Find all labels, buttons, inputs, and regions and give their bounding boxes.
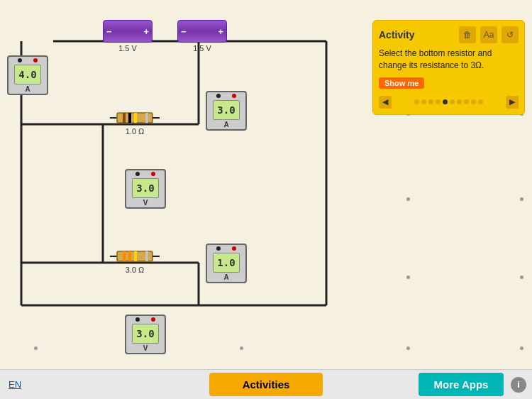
- panel-body-text: Select the bottom resistor and change it…: [379, 48, 519, 72]
- resistor-2[interactable]: 3.0 Ω: [110, 248, 160, 274]
- decorative-dot: [34, 346, 38, 350]
- delete-icon-btn[interactable]: 🗑: [459, 26, 476, 43]
- battery-1[interactable]: − + 1.5 V: [103, 20, 153, 53]
- dot-4[interactable]: [436, 99, 440, 104]
- battery-1-label: 1.5 V: [118, 44, 137, 53]
- dot-8[interactable]: [464, 99, 469, 104]
- battery-1-body: − +: [103, 20, 153, 43]
- decorative-dot: [240, 346, 243, 350]
- svg-rect-14: [134, 113, 137, 123]
- battery-2-pos: +: [218, 26, 223, 37]
- refresh-icon-btn[interactable]: ↺: [501, 26, 519, 43]
- dot-9[interactable]: [471, 99, 476, 104]
- battery-2-label: 1.5 V: [193, 44, 211, 53]
- resistor-1-symbol: [110, 110, 160, 126]
- panel-title: Activity: [379, 29, 455, 40]
- prev-arrow[interactable]: ◀: [379, 96, 392, 109]
- meter-1-terminals: [18, 58, 38, 63]
- dot-5-active[interactable]: [443, 99, 448, 104]
- meter-2-terminals: [216, 94, 236, 99]
- dot-10[interactable]: [478, 99, 483, 104]
- activities-button[interactable]: Activities: [209, 373, 323, 396]
- battery-2-body: − +: [177, 20, 227, 43]
- panel-header: Activity 🗑 Aa ↺: [379, 26, 519, 43]
- info-icon[interactable]: i: [511, 377, 526, 393]
- svg-rect-19: [123, 251, 126, 261]
- show-me-link[interactable]: Show me: [379, 77, 424, 89]
- meter-5-unit: V: [143, 344, 148, 352]
- dots-container: [414, 99, 483, 104]
- svg-rect-12: [123, 113, 126, 123]
- decorative-dot: [406, 197, 410, 201]
- resistor-1[interactable]: 1.0 Ω: [110, 110, 160, 136]
- meter-1-screen: 4.0: [14, 65, 41, 84]
- decorative-dot: [520, 275, 523, 279]
- meter-4-terminals: [216, 246, 236, 251]
- dot-1[interactable]: [414, 99, 419, 104]
- next-arrow[interactable]: ▶: [506, 96, 519, 109]
- terminal-black-4: [216, 246, 221, 251]
- terminal-red-2: [232, 94, 236, 98]
- dot-7[interactable]: [457, 99, 462, 104]
- decorative-dot: [406, 346, 410, 350]
- meter-4-unit: A: [223, 273, 228, 281]
- battery-1-neg: −: [106, 26, 112, 37]
- meter-3-screen: 3.0: [132, 178, 159, 198]
- meter-2-ammeter[interactable]: 3.0 A: [206, 91, 247, 131]
- meter-1-unit: A: [25, 85, 30, 93]
- battery-2-neg: −: [181, 26, 187, 37]
- terminal-black-5: [135, 317, 140, 322]
- decorative-dot: [520, 197, 523, 201]
- meter-4-ammeter[interactable]: 1.0 A: [206, 244, 247, 283]
- terminal-black-3: [135, 172, 140, 176]
- terminal-red-4: [232, 246, 236, 251]
- resistor-1-label: 1.0 Ω: [126, 127, 145, 136]
- dot-3[interactable]: [428, 99, 433, 104]
- battery-2[interactable]: − + 1.5 V: [177, 20, 227, 53]
- meter-3-unit: V: [143, 199, 148, 207]
- meter-4-screen: 1.0: [213, 253, 240, 273]
- resistor-2-symbol: [110, 248, 160, 264]
- svg-rect-15: [145, 113, 148, 123]
- en-language-link[interactable]: EN: [9, 379, 21, 390]
- svg-rect-22: [145, 251, 148, 261]
- terminal-red: [33, 58, 38, 62]
- decorative-dot: [406, 275, 410, 279]
- meter-2-unit: A: [223, 121, 228, 129]
- terminal-black-2: [216, 94, 221, 98]
- meter-3-voltmeter[interactable]: 3.0 V: [125, 169, 166, 209]
- bottom-bar: EN Activities More Apps i: [0, 369, 532, 399]
- dot-6[interactable]: [450, 99, 455, 104]
- svg-rect-13: [128, 113, 131, 123]
- meter-5-voltmeter[interactable]: 3.0 V: [125, 315, 166, 354]
- meter-5-screen: 3.0: [132, 324, 159, 344]
- circuit-svg: [0, 0, 340, 369]
- terminal-red-5: [151, 317, 155, 322]
- resistor-2-label: 3.0 Ω: [126, 266, 145, 274]
- activity-panel: Activity 🗑 Aa ↺ Select the bottom resist…: [372, 20, 525, 115]
- svg-rect-21: [134, 251, 137, 261]
- terminal-black: [18, 58, 22, 62]
- meter-1-ammeter[interactable]: 4.0 A: [7, 55, 48, 95]
- svg-rect-20: [128, 251, 131, 261]
- terminal-red-3: [151, 172, 155, 176]
- dots-navigation: ◀ ▶: [379, 96, 519, 109]
- decorative-dot: [520, 346, 523, 350]
- text-size-icon-btn[interactable]: Aa: [480, 26, 497, 43]
- meter-5-terminals: [135, 317, 155, 322]
- meter-3-terminals: [135, 172, 155, 177]
- dot-2[interactable]: [421, 99, 426, 104]
- more-apps-button[interactable]: More Apps: [419, 373, 504, 396]
- battery-1-pos: +: [143, 26, 149, 37]
- meter-2-screen: 3.0: [213, 100, 240, 120]
